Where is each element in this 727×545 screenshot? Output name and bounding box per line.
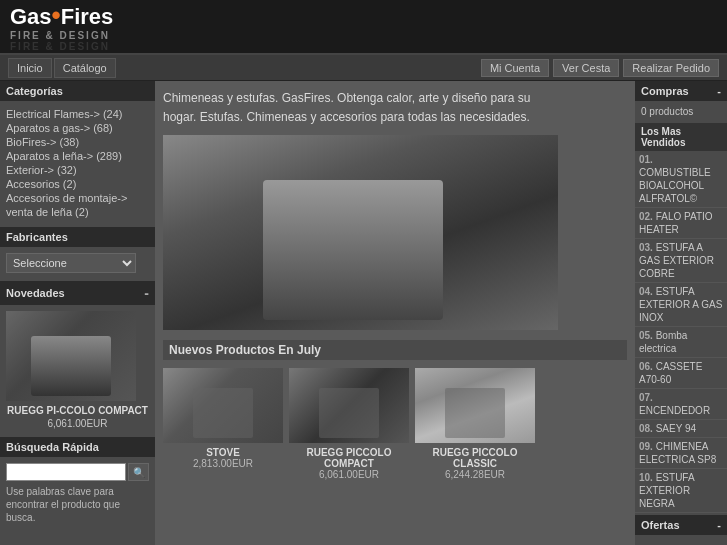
- main-layout: Categorías Electrical Flames-> (24) Apar…: [0, 81, 727, 545]
- sidebar-left: Categorías Electrical Flames-> (24) Apar…: [0, 81, 155, 545]
- product-thumb-stove: [163, 368, 283, 443]
- ofertas-section: Ofertas -: [635, 515, 727, 535]
- compras-toggle[interactable]: -: [717, 85, 721, 97]
- product-price-stove: 2,813.00EUR: [163, 458, 283, 469]
- product-thumb-piccolo: [289, 368, 409, 443]
- product-thumb-classic: [415, 368, 535, 443]
- product-card-stove: STOVE 2,813.00EUR: [163, 368, 283, 480]
- ofertas-header: Ofertas -: [635, 515, 727, 535]
- products-row: STOVE 2,813.00EUR RUEGG PICCOLO COMPACT …: [163, 368, 627, 480]
- product-price-classic: 6,244.28EUR: [415, 469, 535, 480]
- cat-accesorios[interactable]: Accesorios (2): [6, 177, 149, 191]
- product-name-piccolo: RUEGG PICCOLO COMPACT: [289, 447, 409, 469]
- product-name-stove: STOVE: [163, 447, 283, 458]
- cat-aparatos-gas[interactable]: Aparatos a gas-> (68): [6, 121, 149, 135]
- logo-fires: Fires: [61, 4, 114, 29]
- bestsellers-section: Los Mas Vendidos 01. COMBUSTIBLE BIOALCO…: [635, 123, 727, 513]
- ofertas-toggle[interactable]: -: [717, 519, 721, 531]
- nav-inicio[interactable]: Inicio: [8, 58, 52, 78]
- fabricantes-section: Fabricantes Seleccione: [0, 227, 155, 279]
- bestsellers-list: 01. COMBUSTIBLE BIOALCOHOL ALFRATOL© 02.…: [635, 151, 727, 513]
- product-price-piccolo: 6,061.00EUR: [289, 469, 409, 480]
- compras-count: 0 productos: [641, 106, 693, 117]
- bestseller-9[interactable]: 09. CHIMENEA ELECTRICA SP8: [635, 438, 727, 469]
- center-content: Chimeneas y estufas. GasFires. Obtenga c…: [155, 81, 635, 545]
- new-products-title: Nuevos Productos En July: [163, 340, 627, 360]
- cat-biofires[interactable]: BioFires-> (38): [6, 135, 149, 149]
- novedades-product-name: RUEGG PI-CCOLO COMPACT: [6, 405, 149, 416]
- nav-realizar-pedido[interactable]: Realizar Pedido: [623, 59, 719, 77]
- novedades-title: Novedades: [6, 287, 65, 299]
- search-icon: 🔍: [133, 467, 145, 478]
- cat-aparatos-lena[interactable]: Aparatos a leña-> (289): [6, 149, 149, 163]
- categories-section: Categorías Electrical Flames-> (24) Apar…: [0, 81, 155, 225]
- cat-exterior[interactable]: Exterior-> (32): [6, 163, 149, 177]
- novedades-content: RUEGG PI-CCOLO COMPACT 6,061.00EUR: [0, 305, 155, 435]
- fabricantes-content: Seleccione: [0, 247, 155, 279]
- novedades-toggle[interactable]: -: [144, 285, 149, 301]
- search-hint: Use palabras clave para encontrar el pro…: [6, 485, 149, 524]
- bestsellers-header: Los Mas Vendidos: [635, 123, 727, 151]
- search-input[interactable]: [6, 463, 126, 481]
- compras-section: Compras - 0 productos: [635, 81, 727, 121]
- logo: Gas•Fires FIRE & DESIGN FIRE & DESIGN: [10, 1, 113, 52]
- novedades-image: [6, 311, 136, 401]
- bestseller-5[interactable]: 05. Bomba electrica: [635, 327, 727, 358]
- cat-electrical-flames[interactable]: Electrical Flames-> (24): [6, 107, 149, 121]
- compras-title: Compras: [641, 85, 689, 97]
- bestseller-4[interactable]: 04. ESTUFA EXTERIOR A GAS INOX: [635, 283, 727, 327]
- bestseller-10[interactable]: 10. ESTUFA EXTERIOR NEGRA: [635, 469, 727, 513]
- bestseller-2[interactable]: 02. FALO PATIO HEATER: [635, 208, 727, 239]
- bestseller-7[interactable]: 07. ENCENDEDOR: [635, 389, 727, 420]
- product-card-classic: RUEGG PICCOLO CLASSIC 6,244.28EUR: [415, 368, 535, 480]
- nav-catalogo[interactable]: Catálogo: [54, 58, 116, 78]
- categories-header: Categorías: [0, 81, 155, 101]
- main-image: [163, 135, 558, 330]
- compras-header: Compras -: [635, 81, 727, 101]
- search-content: 🔍 Use palabras clave para encontrar el p…: [0, 457, 155, 530]
- cat-accesorios-montaje[interactable]: Accesorios de montaje->: [6, 191, 149, 205]
- logo-subtitle2: FIRE & DESIGN: [10, 41, 113, 52]
- intro-text: Chimeneas y estufas. GasFires. Obtenga c…: [163, 89, 563, 127]
- search-header: Búsqueda Rápida: [0, 437, 155, 457]
- logo-subtitle: FIRE & DESIGN: [10, 30, 113, 41]
- fabricantes-title: Fabricantes: [6, 231, 68, 243]
- product-name-classic: RUEGG PICCOLO CLASSIC: [415, 447, 535, 469]
- fabricantes-header: Fabricantes: [0, 227, 155, 247]
- bestseller-6[interactable]: 06. CASSETE A70-60: [635, 358, 727, 389]
- compras-content: 0 productos: [635, 101, 727, 121]
- bestseller-8[interactable]: 08. SAEY 94: [635, 420, 727, 438]
- novedades-header: Novedades -: [0, 281, 155, 305]
- search-section: Búsqueda Rápida 🔍 Use palabras clave par…: [0, 437, 155, 530]
- search-button[interactable]: 🔍: [128, 463, 149, 481]
- novedades-section: Novedades - RUEGG PI-CCOLO COMPACT 6,061…: [0, 281, 155, 435]
- sidebar-right: Compras - 0 productos Los Mas Vendidos 0…: [635, 81, 727, 545]
- novedades-product-price: 6,061.00EUR: [6, 418, 149, 429]
- nav-mi-cuenta[interactable]: Mi Cuenta: [481, 59, 549, 77]
- manufacturer-select[interactable]: Seleccione: [6, 253, 136, 273]
- categories-list: Electrical Flames-> (24) Aparatos a gas-…: [0, 101, 155, 225]
- categories-title: Categorías: [6, 85, 63, 97]
- cat-venta-lena[interactable]: venta de leña (2): [6, 205, 149, 219]
- search-title: Búsqueda Rápida: [6, 441, 99, 453]
- navbar: Inicio Catálogo Mi Cuenta Ver Cesta Real…: [0, 55, 727, 81]
- header: Gas•Fires FIRE & DESIGN FIRE & DESIGN: [0, 0, 727, 55]
- nav-ver-cesta[interactable]: Ver Cesta: [553, 59, 619, 77]
- product-card-piccolo: RUEGG PICCOLO COMPACT 6,061.00EUR: [289, 368, 409, 480]
- bestseller-3[interactable]: 03. ESTUFA A GAS EXTERIOR COBRE: [635, 239, 727, 283]
- ofertas-title: Ofertas: [641, 519, 680, 531]
- bestseller-1[interactable]: 01. COMBUSTIBLE BIOALCOHOL ALFRATOL©: [635, 151, 727, 208]
- logo-gas: Gas: [10, 4, 52, 29]
